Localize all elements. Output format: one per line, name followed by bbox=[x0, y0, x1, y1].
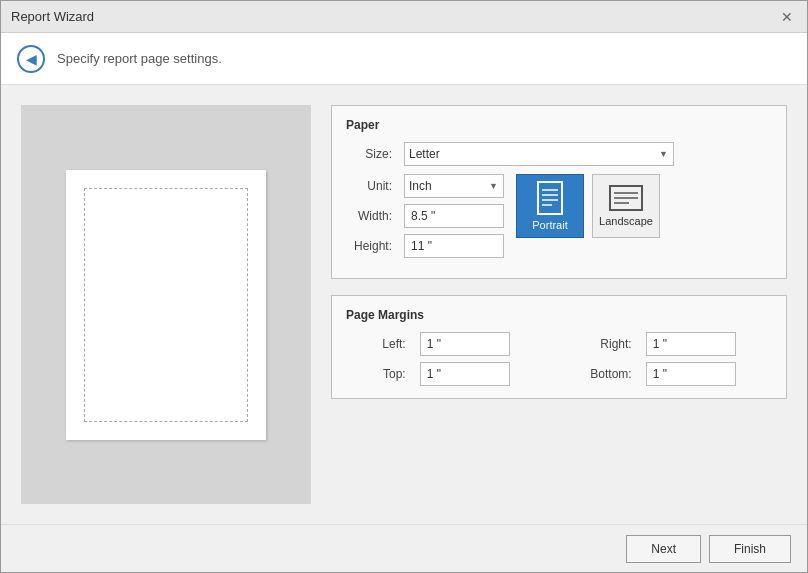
margins-group: Page Margins Left: Right: Top: Bottom: bbox=[331, 295, 787, 399]
left-label: Left: bbox=[346, 337, 412, 351]
title-bar: Report Wizard ✕ bbox=[1, 1, 807, 33]
portrait-button[interactable]: Portrait bbox=[516, 174, 584, 238]
paper-group-label: Paper bbox=[346, 118, 772, 132]
header-instruction: Specify report page settings. bbox=[57, 51, 222, 66]
portrait-icon bbox=[537, 181, 563, 215]
orientation-buttons: Portrait Landscape bbox=[516, 174, 660, 238]
settings-area: Paper Size: Letter A4 A3 Legal Executive bbox=[331, 105, 787, 504]
top-label: Top: bbox=[346, 367, 412, 381]
left-input[interactable] bbox=[420, 332, 510, 356]
height-input[interactable] bbox=[404, 234, 504, 258]
size-select[interactable]: Letter A4 A3 Legal Executive bbox=[404, 142, 674, 166]
finish-button[interactable]: Finish bbox=[709, 535, 791, 563]
unit-label: Unit: bbox=[346, 179, 398, 193]
report-wizard-window: Report Wizard ✕ ◀ Specify report page se… bbox=[0, 0, 808, 573]
landscape-label: Landscape bbox=[599, 215, 653, 227]
header-bar: ◀ Specify report page settings. bbox=[1, 33, 807, 85]
portrait-label: Portrait bbox=[532, 219, 567, 231]
main-content: Paper Size: Letter A4 A3 Legal Executive bbox=[1, 85, 807, 524]
height-label: Height: bbox=[346, 239, 398, 253]
footer: Next Finish bbox=[1, 524, 807, 572]
unit-select-wrapper: Inch Centimeter Millimeter bbox=[404, 174, 504, 198]
top-input[interactable] bbox=[420, 362, 510, 386]
page-preview bbox=[66, 170, 266, 440]
size-select-wrapper: Letter A4 A3 Legal Executive bbox=[404, 142, 674, 166]
next-button[interactable]: Next bbox=[626, 535, 701, 563]
unit-orientation-row: Unit: Inch Centimeter Millimeter bbox=[346, 174, 772, 258]
landscape-button[interactable]: Landscape bbox=[592, 174, 660, 238]
unit-row: Unit: Inch Centimeter Millimeter bbox=[346, 174, 504, 198]
width-row: Width: bbox=[346, 204, 504, 228]
bottom-input[interactable] bbox=[646, 362, 736, 386]
page-preview-area bbox=[21, 105, 311, 504]
height-row: Height: bbox=[346, 234, 504, 258]
width-label: Width: bbox=[346, 209, 398, 223]
right-input[interactable] bbox=[646, 332, 736, 356]
margins-grid: Left: Right: Top: Bottom: bbox=[346, 332, 772, 386]
close-button[interactable]: ✕ bbox=[777, 10, 797, 24]
unit-dimensions-col: Unit: Inch Centimeter Millimeter bbox=[346, 174, 504, 258]
landscape-icon bbox=[609, 185, 643, 211]
bottom-label: Bottom: bbox=[554, 367, 638, 381]
size-row: Size: Letter A4 A3 Legal Executive bbox=[346, 142, 772, 166]
back-button[interactable]: ◀ bbox=[17, 45, 45, 73]
width-input[interactable] bbox=[404, 204, 504, 228]
margins-group-label: Page Margins bbox=[346, 308, 772, 322]
paper-group: Paper Size: Letter A4 A3 Legal Executive bbox=[331, 105, 787, 279]
unit-select[interactable]: Inch Centimeter Millimeter bbox=[404, 174, 504, 198]
svg-rect-0 bbox=[538, 182, 562, 214]
window-title: Report Wizard bbox=[11, 9, 94, 24]
back-icon: ◀ bbox=[26, 51, 37, 67]
size-label: Size: bbox=[346, 147, 398, 161]
right-label: Right: bbox=[554, 337, 638, 351]
